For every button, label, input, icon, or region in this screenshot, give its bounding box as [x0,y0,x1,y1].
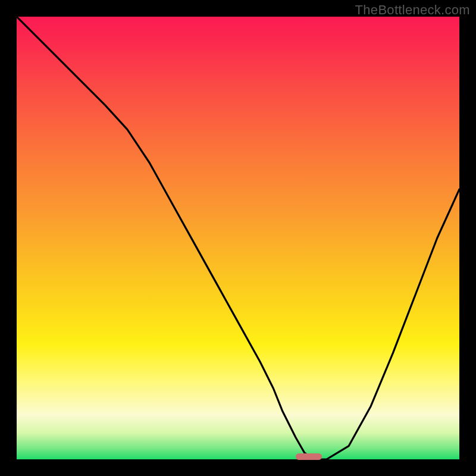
bottleneck-curve [17,17,459,459]
optimal-marker [296,453,322,460]
plot-area [17,17,459,459]
watermark-text: TheBottleneck.com [355,2,470,18]
chart-frame: TheBottleneck.com [0,0,476,476]
